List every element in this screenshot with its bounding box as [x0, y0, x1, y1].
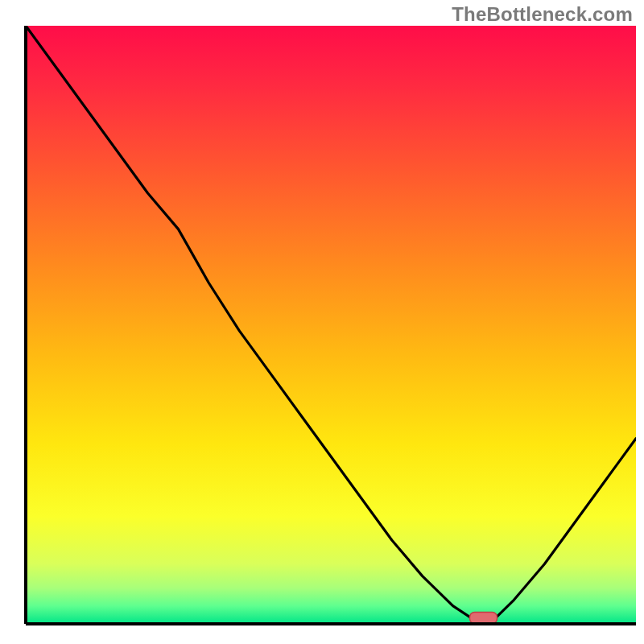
watermark-text: TheBottleneck.com	[452, 3, 633, 26]
chart-svg	[0, 0, 644, 644]
gradient-background	[26, 26, 636, 624]
chart-container: TheBottleneck.com	[0, 0, 644, 644]
optimal-point-marker	[470, 613, 497, 624]
